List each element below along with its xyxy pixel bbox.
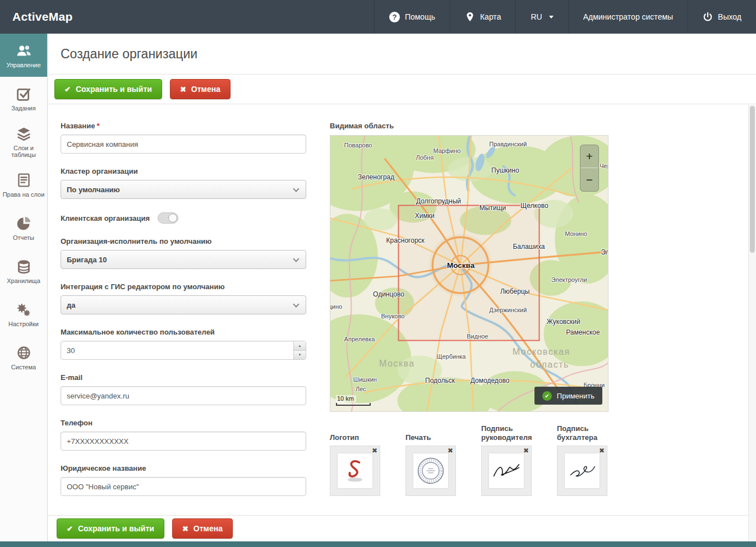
- gis-integration-value: да: [67, 301, 75, 309]
- map-label: Карта: [480, 12, 501, 21]
- zoom-in-button[interactable]: +: [580, 145, 598, 168]
- language-dropdown[interactable]: RU: [515, 0, 568, 34]
- map-scale-label: 10 km: [336, 395, 356, 402]
- cancel-button-bottom[interactable]: ✖ Отмена: [172, 518, 233, 539]
- apply-check-icon: ✔: [542, 391, 552, 401]
- phone-input[interactable]: [61, 432, 306, 451]
- remove-accountant-signature-icon[interactable]: ✖: [599, 447, 605, 455]
- accountant-signature-upload-box[interactable]: ✖: [557, 446, 607, 496]
- caret-down-icon: [549, 16, 554, 18]
- map-canvas[interactable]: [330, 136, 608, 411]
- user-menu[interactable]: Администратор системы: [568, 0, 688, 34]
- logo-image: [338, 453, 372, 488]
- max-users-label: Максимальное количество пользователей: [61, 328, 306, 336]
- sidebar-item-label: Управление: [5, 62, 42, 68]
- topbar-nav: ? Помощь Карта RU Администратор системы …: [374, 0, 756, 34]
- legal-name-input[interactable]: [61, 477, 306, 496]
- sidebar-item-tasks[interactable]: Задания: [0, 77, 47, 120]
- stamp-image: [413, 453, 448, 488]
- save-exit-button[interactable]: ✔ Сохранить и выйти: [54, 79, 162, 99]
- stamp-upload-box[interactable]: ✖: [405, 446, 456, 496]
- footer-strip: [0, 541, 756, 547]
- director-signature-label: Подпись руководителя: [481, 422, 538, 442]
- map-button[interactable]: Карта: [450, 0, 515, 34]
- save-exit-button-bottom[interactable]: ✔ Сохранить и выйти: [57, 518, 164, 539]
- sidebar-item-storages[interactable]: Хранилища: [0, 249, 47, 293]
- sidebar-item-label: Слои и таблицы: [0, 145, 47, 158]
- page-header: Создание организации: [48, 34, 756, 75]
- logo-label: Логотип: [330, 422, 387, 442]
- visible-area-label: Видимая область: [330, 122, 609, 130]
- accountant-signature-label: Подпись бухгалтера: [557, 422, 614, 442]
- toolbar-top: ✔ Сохранить и выйти ✖ Отмена: [48, 75, 756, 104]
- help-button[interactable]: ? Помощь: [374, 0, 450, 34]
- database-icon: [16, 258, 32, 275]
- sidebar-item-label: Хранилища: [6, 277, 42, 284]
- toggle-knob: [168, 214, 177, 222]
- map-pin-icon: [465, 12, 475, 22]
- cluster-select[interactable]: По умолчанию: [61, 180, 306, 199]
- client-org-label: Клиентская организация: [61, 214, 150, 222]
- accountant-signature-image: [565, 453, 600, 488]
- gis-integration-select[interactable]: да: [61, 295, 306, 314]
- name-input[interactable]: [61, 135, 306, 154]
- check-icon: ✔: [67, 525, 73, 532]
- scrollbar-thumb[interactable]: [750, 106, 755, 253]
- sidebar-item-label: Система: [10, 364, 37, 370]
- sidebar-item-layer-rights[interactable]: Права на слои: [0, 163, 47, 206]
- logout-button[interactable]: Выход: [688, 0, 756, 34]
- map-column: Видимая область: [330, 122, 609, 515]
- max-users-group: Максимальное количество пользователей ▲ …: [61, 328, 306, 360]
- max-users-input[interactable]: [61, 341, 306, 360]
- required-asterisk: *: [96, 122, 99, 130]
- remove-logo-icon[interactable]: ✖: [372, 447, 377, 455]
- sidebar-item-layers[interactable]: Слои и таблицы: [0, 120, 47, 163]
- zoom-out-button[interactable]: −: [580, 168, 598, 191]
- remove-stamp-icon[interactable]: ✖: [448, 447, 453, 455]
- default-executor-select[interactable]: Бригада 10: [61, 250, 306, 269]
- chevron-down-icon: [293, 301, 299, 307]
- logo-upload-box[interactable]: ✖: [330, 446, 380, 496]
- cancel-label: Отмена: [191, 85, 220, 94]
- apply-button[interactable]: ✔ Применить: [534, 387, 602, 405]
- gears-icon: [16, 302, 32, 318]
- email-group: E-mail: [61, 373, 306, 405]
- map-selection-rect: [399, 205, 540, 340]
- stepper-down-button[interactable]: ▼: [294, 351, 306, 360]
- client-org-toggle[interactable]: [158, 212, 178, 224]
- map-widget[interactable]: ПоваровоМарфиноПравдинскийПушкиноЛобняЗе…: [330, 135, 609, 412]
- language-label: RU: [531, 12, 542, 21]
- cluster-group: Кластер организации По умолчанию: [61, 167, 306, 199]
- gis-integration-group: Интеграция с ГИС редактором по умолчанию…: [61, 282, 306, 314]
- stepper-up-button[interactable]: ▲: [294, 341, 306, 351]
- sidebar-item-management[interactable]: Управление: [0, 34, 47, 77]
- save-exit-label: Сохранить и выйти: [78, 524, 154, 533]
- sidebar-item-reports[interactable]: Отчеты: [0, 206, 47, 249]
- sidebar-item-label: Права на слои: [2, 191, 46, 198]
- default-executor-value: Бригада 10: [67, 256, 107, 264]
- name-group: Название*: [61, 122, 306, 154]
- vertical-scrollbar[interactable]: [748, 105, 756, 541]
- legal-name-label: Юридическое название: [61, 464, 306, 472]
- cancel-label: Отмена: [193, 524, 223, 533]
- cluster-value: По умолчанию: [67, 186, 120, 194]
- map-scale-bar: [336, 403, 371, 406]
- director-signature-upload-box[interactable]: ✖: [481, 446, 532, 496]
- topbar: ActiveMap ? Помощь Карта RU Администрато…: [0, 0, 756, 34]
- apply-label: Применить: [557, 392, 594, 400]
- sidebar-item-label: Настройки: [7, 321, 40, 327]
- phone-label: Телефон: [61, 419, 306, 427]
- sidebar-item-settings[interactable]: Настройки: [0, 293, 47, 336]
- gis-integration-label: Интеграция с ГИС редактором по умолчанию: [61, 282, 306, 291]
- sidebar: Управление Задания Слои и таблицы Права …: [0, 34, 48, 541]
- save-exit-label: Сохранить и выйти: [76, 85, 152, 94]
- email-input[interactable]: [61, 386, 306, 405]
- app-logo: ActiveMap: [0, 10, 73, 24]
- sidebar-item-system[interactable]: Система: [0, 336, 47, 379]
- help-icon: ?: [389, 12, 400, 22]
- phone-group: Телефон: [61, 419, 306, 451]
- chevron-down-icon: [293, 256, 299, 262]
- cancel-button[interactable]: ✖ Отмена: [170, 79, 231, 99]
- tasks-check-icon: [16, 86, 32, 102]
- remove-director-signature-icon[interactable]: ✖: [523, 447, 529, 455]
